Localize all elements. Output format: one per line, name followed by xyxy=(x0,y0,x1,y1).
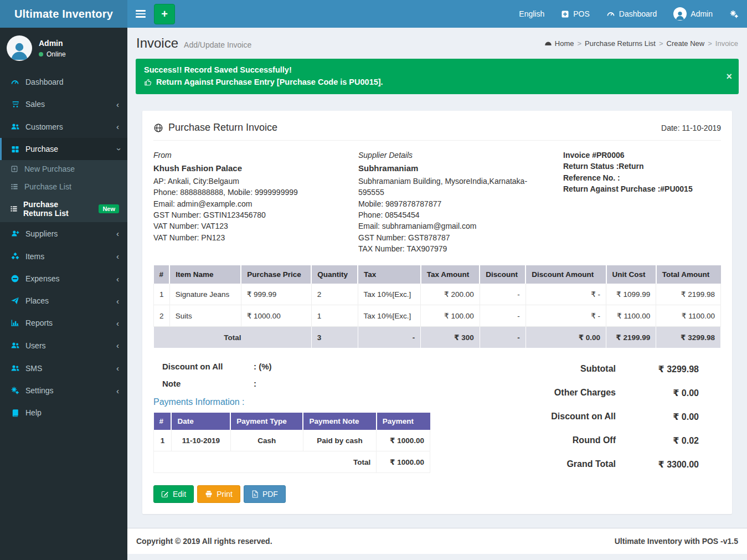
print-button[interactable]: Print xyxy=(197,485,240,503)
new-badge: New xyxy=(99,204,119,213)
sidebar-toggle-icon[interactable] xyxy=(127,0,154,28)
sidebar-item-help[interactable]: Help xyxy=(0,402,127,424)
online-dot-icon xyxy=(39,52,43,56)
top-navbar: Ultimate Inventory + English POS Dashboa… xyxy=(0,0,747,28)
from-address: AP: Ankali, City:Belgaum xyxy=(153,176,347,187)
breadcrumb-home[interactable]: Home xyxy=(544,39,574,48)
breadcrumb-purchase-returns-list[interactable]: Purchase Returns List xyxy=(585,39,656,48)
breadcrumb-separator: > xyxy=(659,39,663,48)
cubes-icon xyxy=(10,251,20,261)
sidebar-item-sales[interactable]: Sales‹ xyxy=(0,93,127,115)
alert-line2: Return Against Purchase Entry [Purchase … xyxy=(144,78,722,86)
from-block: From Khush Fashion Palace AP: Ankali, Ci… xyxy=(153,150,347,254)
from-heading: From xyxy=(153,150,347,161)
online-status: Online xyxy=(39,50,66,58)
plus-icon: + xyxy=(161,8,168,20)
sidebar-item-purchase[interactable]: Purchase‹ xyxy=(0,138,127,160)
chevron-left-icon: ‹ xyxy=(116,387,119,395)
chevron-left-icon: ‹ xyxy=(116,252,119,260)
sidebar-item-users[interactable]: Users‹ xyxy=(0,334,127,357)
chevron-left-icon: ‹ xyxy=(116,297,119,305)
close-icon[interactable]: × xyxy=(726,71,732,81)
sidebar-item-expenses[interactable]: Expenses‹ xyxy=(0,268,127,290)
summary-other-charges: Other Charges ₹ 0.00 xyxy=(511,388,699,398)
sidebar-item-settings[interactable]: Settings‹ xyxy=(0,379,127,402)
chevron-left-icon: ‹ xyxy=(116,122,119,131)
breadcrumb: Home > Purchase Returns List > Create Ne… xyxy=(544,39,738,48)
file-pdf-icon xyxy=(251,490,259,498)
note-row: Note : xyxy=(162,379,430,388)
bar-chart-icon xyxy=(10,318,20,327)
paper-plane-icon xyxy=(10,296,20,305)
sidebar-item-places[interactable]: Places‹ xyxy=(0,290,127,312)
breadcrumb-separator: > xyxy=(708,39,712,48)
col-discount-amount: Discount Amount xyxy=(526,265,606,284)
page-subtitle: Add/Update Invoice xyxy=(184,40,251,49)
discount-on-all-value: : (%) xyxy=(254,362,272,371)
chevron-left-icon: ‹ xyxy=(116,341,119,350)
supplier-gst: GST Number: GST878787 xyxy=(358,232,552,243)
sidebar-item-customers[interactable]: Customers‹ xyxy=(0,115,127,138)
edit-button[interactable]: Edit xyxy=(153,485,194,503)
payments-total-row: Total ₹ 1000.00 xyxy=(154,451,430,473)
submenu-item-purchase-list[interactable]: Purchase List xyxy=(0,178,127,196)
sidebar-item-sms[interactable]: SMS‹ xyxy=(0,357,127,379)
col-quantity: Quantity xyxy=(311,265,358,284)
col-tax-amount: Tax Amount xyxy=(421,265,480,284)
items-total-row: Total 3 - ₹ 300 - ₹ 0.00 ₹ 2199.99 ₹ 329… xyxy=(154,327,721,348)
col-unit-cost: Unit Cost xyxy=(606,265,656,284)
list-icon xyxy=(10,205,18,213)
invoice-number: Invoice #PR0006 xyxy=(563,150,721,161)
quick-add-button[interactable]: + xyxy=(154,4,175,24)
language-menu[interactable]: English xyxy=(511,0,553,28)
return-against-purchase: Return Against Purchase :#PU0015 xyxy=(563,183,721,194)
col-index: # xyxy=(154,265,170,284)
chevron-left-icon: ‹ xyxy=(116,364,119,372)
edit-pencil-icon xyxy=(161,490,169,498)
printer-icon xyxy=(205,490,213,498)
supplier-block: Supplier Details Subhramaniam Subhramani… xyxy=(358,150,552,254)
chevron-left-icon: ‹ xyxy=(116,275,119,283)
pos-link[interactable]: POS xyxy=(553,0,598,28)
alert-line1: Success!! Record Saved Successfully! xyxy=(144,65,722,74)
from-email: Email: admin@example.com xyxy=(153,198,347,209)
table-row: 2 Suits ₹ 1000.00 1 Tax 10%[Exc.] ₹ 100.… xyxy=(154,305,721,327)
user-plus-icon xyxy=(10,229,20,238)
success-alert: Success!! Record Saved Successfully! Ret… xyxy=(136,59,739,94)
dashboard-link[interactable]: Dashboard xyxy=(598,0,666,28)
plus-square-outline-icon xyxy=(10,165,19,173)
page-title: Invoice Add/Update Invoice xyxy=(136,35,251,51)
list-icon xyxy=(10,183,19,191)
sidebar-item-reports[interactable]: Reports‹ xyxy=(0,312,127,334)
content-area: Invoice Add/Update Invoice Home > Purcha… xyxy=(127,0,747,514)
breadcrumb-create-new[interactable]: Create New xyxy=(667,39,705,48)
submenu-item-new-purchase[interactable]: New Purchase xyxy=(0,160,127,178)
supplier-heading: Supplier Details xyxy=(358,150,552,161)
settings-menu[interactable] xyxy=(721,0,747,28)
pdf-button[interactable]: PDF xyxy=(244,485,286,503)
submenu-item-purchase-returns-list[interactable]: Purchase Returns List New xyxy=(0,196,127,222)
items-table-header-row: # Item Name Purchase Price Quantity Tax … xyxy=(154,265,721,284)
user-menu[interactable]: Admin xyxy=(665,0,721,28)
note-label: Note xyxy=(162,379,254,388)
payments-table: # Date Payment Type Payment Note Payment… xyxy=(153,413,430,473)
payments-heading: Payments Information : xyxy=(153,397,430,407)
copyright-text: Copyright © 2019 All rights reserved. xyxy=(136,537,272,546)
sidebar: Admin Online Dashboard Sales‹ Customers‹… xyxy=(0,28,127,560)
col-item-name: Item Name xyxy=(169,265,241,284)
book-icon xyxy=(10,409,20,417)
note-value: : xyxy=(254,379,256,388)
cogs-icon xyxy=(729,9,739,19)
discount-on-all-row: Discount on All : (%) xyxy=(162,362,430,371)
breadcrumb-current: Invoice xyxy=(715,39,738,48)
sidebar-item-items[interactable]: Items‹ xyxy=(0,245,127,268)
chevron-left-icon: ‹ xyxy=(116,229,119,238)
sidebar-user-name: Admin xyxy=(39,39,66,48)
brand-logo[interactable]: Ultimate Inventory xyxy=(0,0,127,28)
chevron-left-icon: ‹ xyxy=(116,100,119,109)
sidebar-item-suppliers[interactable]: Suppliers‹ xyxy=(0,222,127,245)
summary-grand-total: Grand Total ₹ 3300.00 xyxy=(511,459,699,470)
sidebar-item-dashboard[interactable]: Dashboard xyxy=(0,71,127,93)
dashboard-icon xyxy=(606,9,615,18)
summary-discount-on-all: Discount on All ₹ 0.00 xyxy=(511,412,699,422)
